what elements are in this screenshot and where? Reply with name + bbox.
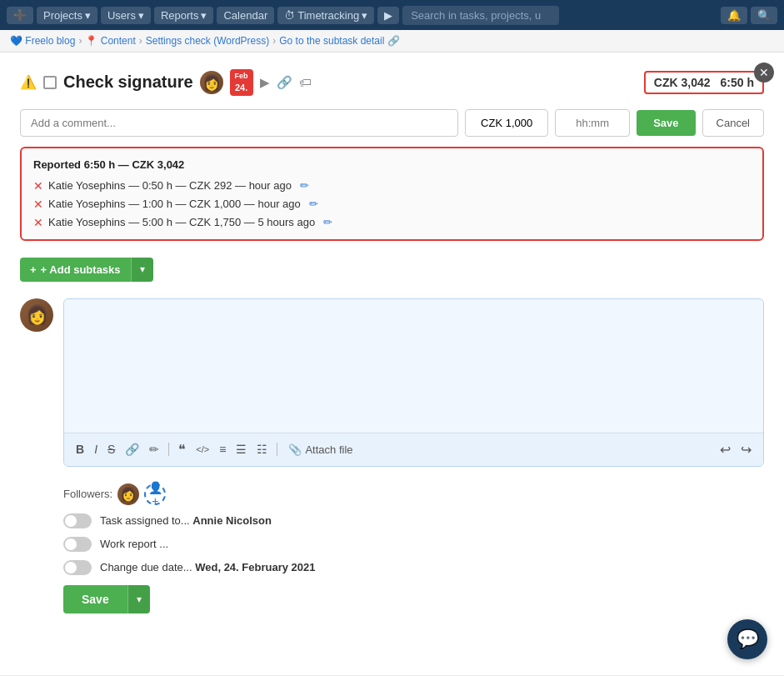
add-subtasks-label: + Add subtasks bbox=[41, 263, 121, 276]
calendar-label: Calendar bbox=[223, 9, 267, 22]
time-input[interactable] bbox=[555, 109, 630, 137]
task-checkbox[interactable] bbox=[43, 76, 57, 89]
navbar-projects-button[interactable]: Projects ▾ bbox=[37, 7, 97, 24]
toolbar-separator bbox=[277, 443, 277, 456]
task-meta-right: CZK 3,042 6:50 h bbox=[644, 71, 764, 94]
navbar-add-button[interactable]: ➕ bbox=[7, 7, 33, 24]
play-icon: ▶ bbox=[384, 9, 392, 22]
navbar-timetracking-button[interactable]: ⏱ Timetracking ▾ bbox=[277, 7, 374, 24]
link-icon[interactable]: 🔗 bbox=[277, 75, 292, 90]
chevron-down-icon: ▾ bbox=[138, 9, 144, 22]
followers-area: Followers: 👩 👤+ Task assigned to... Anni… bbox=[20, 483, 764, 623]
toggle-task-assigned: Task assigned to... Annie Nicolson bbox=[63, 513, 764, 528]
modal: ✕ ⚠️ Check signature 👩 Feb 24. ▶ 🔗 🏷 CZK… bbox=[0, 53, 784, 675]
chevron-down-icon: ▾ bbox=[85, 9, 91, 22]
chevron-down-icon: ▾ bbox=[137, 593, 142, 605]
toggle-work-report-switch[interactable] bbox=[63, 537, 92, 552]
chevron-down-icon: ▾ bbox=[201, 9, 207, 22]
navbar-play-button[interactable]: ▶ bbox=[377, 7, 399, 24]
save-time-button[interactable]: Save bbox=[637, 110, 695, 136]
list-ol-button[interactable]: ☷ bbox=[253, 441, 271, 458]
navbar-bell-button[interactable]: 🔔 bbox=[721, 7, 747, 24]
task-action-icons: ▶ 🔗 🏷 bbox=[260, 75, 312, 90]
undo-button[interactable]: ↩ bbox=[717, 440, 734, 459]
task-date-badge: Feb 24. bbox=[230, 69, 253, 96]
delete-report-icon[interactable]: ✕ bbox=[33, 216, 43, 229]
editor-wrapper: B I S 🔗 ✏ ❝ </> ≡ ☰ ☷ 📎 Attach file ↩ ↪ bbox=[63, 298, 764, 467]
editor-body[interactable] bbox=[64, 299, 763, 433]
breadcrumb-subtask[interactable]: Go to the subtask detail bbox=[279, 35, 384, 47]
report-row: ✕ Katie Yosephins — 1:00 h — CZK 1,000 —… bbox=[33, 198, 751, 211]
reports-header: Reported 6:50 h — CZK 3,042 bbox=[33, 158, 751, 171]
breadcrumb-content[interactable]: 📍 Content bbox=[85, 35, 135, 47]
time-spent: 6:50 h bbox=[721, 76, 754, 89]
report-text: Katie Yosephins — 5:00 h — CZK 1,750 — 5… bbox=[48, 216, 315, 228]
pen-button[interactable]: ✏ bbox=[146, 441, 162, 458]
timetracking-label: Timetracking bbox=[297, 9, 359, 22]
avatar: 👩 bbox=[200, 71, 223, 94]
heart-icon: 💙 bbox=[10, 35, 22, 47]
comment-input[interactable] bbox=[20, 109, 458, 137]
toggle-task-assigned-switch[interactable] bbox=[63, 513, 92, 528]
add-subtasks-button[interactable]: + + Add subtasks bbox=[20, 258, 131, 282]
edit-report-icon[interactable]: ✏ bbox=[309, 198, 318, 210]
tag-icon[interactable]: 🏷 bbox=[299, 75, 312, 90]
navbar-search-button[interactable]: 🔍 bbox=[751, 7, 777, 24]
task-title: Check signature bbox=[63, 73, 193, 92]
cancel-time-button[interactable]: Cancel bbox=[702, 109, 764, 137]
quote-button[interactable]: ❝ bbox=[175, 440, 189, 459]
navbar-users-button[interactable]: Users ▾ bbox=[101, 7, 151, 24]
pin-icon: 📍 bbox=[85, 35, 97, 47]
add-follower-button[interactable]: 👤+ bbox=[144, 483, 166, 505]
report-row: ✕ Katie Yosephins — 0:50 h — CZK 292 — h… bbox=[33, 179, 751, 193]
strikethrough-button[interactable]: S bbox=[104, 441, 118, 458]
save-row: Save ▾ bbox=[63, 585, 764, 613]
navbar-reports-button[interactable]: Reports ▾ bbox=[154, 7, 214, 24]
toggle-change-due: Change due date... Wed, 24. February 202… bbox=[63, 560, 764, 575]
breadcrumb-freelo[interactable]: 💙 Freelo blog bbox=[10, 35, 75, 47]
projects-label: Projects bbox=[43, 9, 82, 22]
edit-report-icon[interactable]: ✏ bbox=[323, 216, 332, 228]
bold-button[interactable]: B bbox=[72, 441, 87, 458]
align-button[interactable]: ≡ bbox=[216, 441, 229, 458]
navbar-calendar-button[interactable]: Calendar bbox=[217, 7, 274, 24]
save-button[interactable]: Save bbox=[63, 585, 127, 613]
report-row: ✕ Katie Yosephins — 5:00 h — CZK 1,750 —… bbox=[33, 216, 751, 229]
users-label: Users bbox=[107, 9, 136, 22]
add-person-icon: 👤+ bbox=[146, 481, 164, 508]
redo-button[interactable]: ↪ bbox=[737, 440, 755, 459]
save-dropdown-button[interactable]: ▾ bbox=[127, 585, 150, 613]
chat-icon: 💬 bbox=[737, 628, 759, 650]
time-budget: CZK 3,042 6:50 h bbox=[644, 71, 764, 94]
list-ul-button[interactable]: ☰ bbox=[232, 441, 250, 458]
attach-file-button[interactable]: 📎 Attach file bbox=[283, 442, 357, 458]
code-button[interactable]: </> bbox=[192, 443, 212, 456]
plus-icon: + bbox=[30, 263, 37, 276]
breadcrumb-settings[interactable]: Settings check (WordPress) bbox=[146, 35, 270, 47]
breadcrumb: 💙 Freelo blog › 📍 Content › Settings che… bbox=[0, 30, 784, 53]
navbar: ➕ Projects ▾ Users ▾ Reports ▾ Calendar … bbox=[0, 0, 784, 30]
follower-avatar[interactable]: 👩 bbox=[117, 483, 139, 505]
comment-section: 👩 B I S 🔗 ✏ ❝ </> ≡ ☰ ☷ 📎 Attach file bbox=[20, 298, 764, 467]
report-text: Katie Yosephins — 1:00 h — CZK 1,000 — h… bbox=[48, 198, 301, 210]
czk-input[interactable]: CZK 1,000 bbox=[465, 109, 548, 137]
italic-button[interactable]: I bbox=[91, 441, 101, 458]
warning-icon: ⚠️ bbox=[20, 74, 37, 90]
toggle-change-due-switch[interactable] bbox=[63, 560, 92, 575]
editor-toolbar: B I S 🔗 ✏ ❝ </> ≡ ☰ ☷ 📎 Attach file ↩ ↪ bbox=[64, 433, 763, 466]
search-input[interactable] bbox=[402, 6, 559, 25]
play-task-icon[interactable]: ▶ bbox=[260, 75, 270, 90]
paperclip-icon: 📎 bbox=[288, 443, 302, 456]
search-icon: 🔍 bbox=[757, 9, 771, 22]
link-button[interactable]: 🔗 bbox=[122, 441, 142, 458]
followers-label: Followers: 👩 👤+ bbox=[63, 483, 764, 505]
close-button[interactable]: ✕ bbox=[754, 63, 774, 83]
chevron-down-icon: ▾ bbox=[362, 9, 367, 22]
edit-report-icon[interactable]: ✏ bbox=[300, 179, 309, 192]
add-subtasks-dropdown-button[interactable]: ▾ bbox=[131, 258, 153, 282]
chat-bubble[interactable]: 💬 bbox=[727, 619, 767, 659]
delete-report-icon[interactable]: ✕ bbox=[33, 198, 43, 211]
task-header: ⚠️ Check signature 👩 Feb 24. ▶ 🔗 🏷 CZK 3… bbox=[20, 69, 764, 96]
delete-report-icon[interactable]: ✕ bbox=[33, 179, 43, 193]
attach-label: Attach file bbox=[305, 443, 352, 456]
